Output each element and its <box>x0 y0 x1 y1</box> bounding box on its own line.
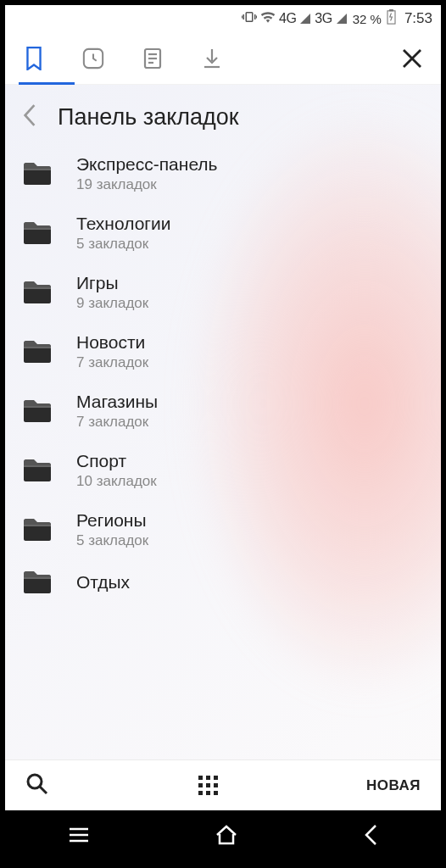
battery-icon <box>387 9 396 28</box>
svg-rect-19 <box>24 347 51 348</box>
battery-percent: 32 % <box>353 12 382 26</box>
folder-count: 19 закладок <box>76 176 218 193</box>
folder-count: 7 закладок <box>76 354 148 371</box>
folder-icon <box>22 161 53 186</box>
history-tab[interactable] <box>81 47 105 70</box>
folder-item[interactable]: Технологии5 закладок <box>5 203 441 263</box>
downloads-tab[interactable] <box>200 47 224 70</box>
folder-name: Новости <box>76 332 148 353</box>
content-area: Панель закладок Экспресс-панель19 заклад… <box>5 85 441 760</box>
folder-item[interactable]: Спорт10 закладок <box>5 441 441 500</box>
bookmarks-tab[interactable] <box>22 47 46 70</box>
folder-name: Экспресс-панель <box>76 154 218 175</box>
svg-point-24 <box>28 775 42 788</box>
svg-rect-17 <box>24 228 51 230</box>
folder-name: Магазины <box>76 392 158 412</box>
folder-item[interactable]: Новости7 закладок <box>5 322 441 381</box>
folder-icon <box>22 517 53 542</box>
svg-rect-22 <box>24 525 51 526</box>
folder-list: Экспресс-панель19 закладок Технологии5 з… <box>5 139 441 605</box>
folder-item[interactable]: Экспресс-панель19 закладок <box>5 144 441 203</box>
new-button[interactable]: НОВАЯ <box>366 777 421 794</box>
svg-rect-20 <box>24 406 51 408</box>
close-button[interactable] <box>400 47 424 70</box>
svg-rect-21 <box>24 465 51 467</box>
folder-icon <box>22 280 53 305</box>
folder-icon <box>22 339 53 364</box>
folder-name: Регионы <box>76 510 148 531</box>
folder-name: Отдых <box>76 572 130 593</box>
clock: 7:53 <box>404 10 432 27</box>
folder-item[interactable]: Отдых <box>5 559 441 605</box>
folder-count: 10 закладок <box>76 473 157 490</box>
svg-line-25 <box>40 787 47 793</box>
back-button[interactable] <box>22 103 37 131</box>
folder-icon <box>22 220 53 246</box>
signal-2-icon <box>337 14 347 24</box>
folder-item[interactable]: Регионы5 закладок <box>5 500 441 559</box>
search-button[interactable] <box>25 772 49 799</box>
android-nav-bar <box>5 810 441 863</box>
network-1-label: 4G <box>279 11 296 26</box>
folder-count: 9 закладок <box>76 295 148 312</box>
svg-rect-6 <box>390 9 393 11</box>
svg-rect-0 <box>246 13 253 22</box>
home-button[interactable] <box>215 824 238 849</box>
folder-count: 7 закладок <box>76 414 158 431</box>
svg-rect-16 <box>24 169 51 170</box>
network-2-label: 3G <box>315 11 332 26</box>
wifi-icon <box>260 11 276 26</box>
status-bar: 4G 3G 32 % 7:53 <box>5 5 441 32</box>
folder-name: Спорт <box>76 451 157 471</box>
folder-name: Технологии <box>76 214 170 234</box>
apps-grid-button[interactable] <box>198 776 218 795</box>
folder-count: 5 закладок <box>76 236 170 253</box>
folder-name: Игры <box>76 273 148 293</box>
folder-item[interactable]: Магазины7 закладок <box>5 381 441 441</box>
recent-apps-button[interactable] <box>67 826 91 848</box>
folder-item[interactable]: Игры9 закладок <box>5 263 441 322</box>
svg-rect-18 <box>24 287 51 289</box>
bottom-toolbar: НОВАЯ <box>5 760 441 810</box>
top-tab-bar <box>5 32 441 85</box>
folder-count: 5 закладок <box>76 532 148 549</box>
vibrate-icon <box>242 10 257 27</box>
signal-1-icon <box>300 14 310 24</box>
saved-pages-tab[interactable] <box>141 47 164 70</box>
page-title: Панель закладок <box>58 104 239 131</box>
svg-rect-23 <box>24 577 51 579</box>
back-nav-button[interactable] <box>362 824 379 849</box>
folder-icon <box>22 570 53 595</box>
folder-icon <box>22 458 53 483</box>
folder-icon <box>22 398 53 424</box>
